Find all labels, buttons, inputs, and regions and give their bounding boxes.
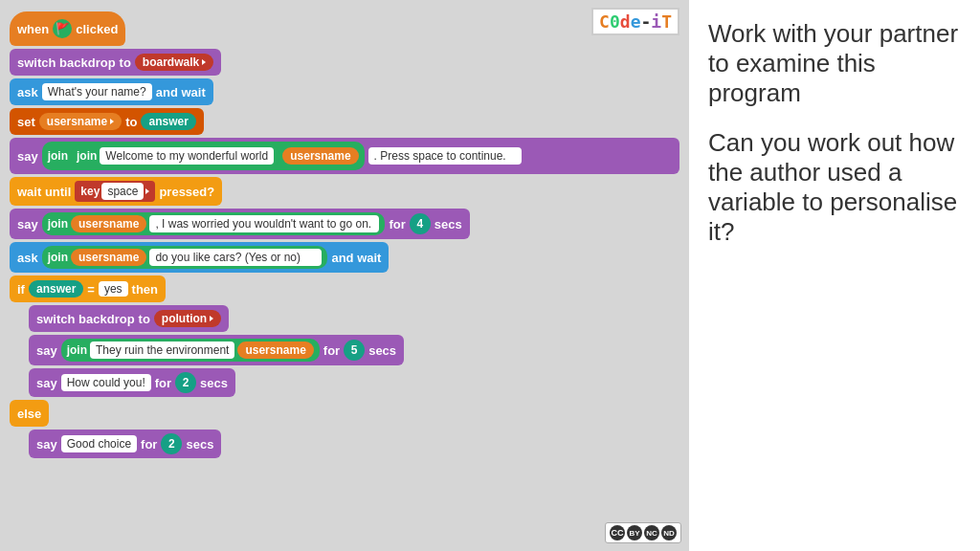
to-label: to xyxy=(120,55,131,70)
cc-license: CC BY NC ND xyxy=(605,522,681,543)
ask-join-block: ask join usersname do you like cars? (Ye… xyxy=(10,242,389,273)
set-block: set usersname to answer xyxy=(10,108,204,135)
say-how-block: say How could you! for 2 secs xyxy=(29,368,235,397)
space-dropdown-arrow xyxy=(145,188,149,194)
num4-badge: 4 xyxy=(410,213,431,234)
for-label2: for xyxy=(323,343,340,358)
right-panel: Work with your partner to examine this p… xyxy=(689,0,980,551)
for-label1: for xyxy=(389,217,405,231)
to-label2: to xyxy=(125,115,137,129)
else-block: else xyxy=(10,400,49,427)
join-label3: join xyxy=(48,217,68,231)
when-clicked-block: when 🚩 clicked xyxy=(10,11,125,46)
ask-input[interactable]: What's your name? xyxy=(42,83,152,100)
and-wait-label2: and wait xyxy=(331,251,381,265)
boardwalk-value: boardwalk xyxy=(143,55,199,69)
join-label1: join xyxy=(48,149,68,163)
ask-block: ask What's your name? and wait xyxy=(10,78,213,105)
say-label1: say xyxy=(17,149,38,164)
usersname-pill2: usersname xyxy=(71,215,146,232)
space-input[interactable]: space xyxy=(101,183,144,200)
do-you-like-input[interactable]: do you like cars? (Yes or no) xyxy=(149,249,322,266)
join-label4: join xyxy=(48,251,68,264)
wait-until-label: wait until xyxy=(17,185,71,199)
polution-dropdown[interactable]: polution xyxy=(154,310,221,327)
secs-label4: secs xyxy=(186,437,213,452)
usersname-pill4: usersname xyxy=(237,342,313,359)
num2a-badge: 2 xyxy=(175,372,196,393)
instruction-text-2: Can you work out how the author used a v… xyxy=(708,128,961,248)
key-pill: key space xyxy=(75,181,155,202)
pressed-label: pressed? xyxy=(159,185,214,199)
for-label4: for xyxy=(141,437,157,452)
else-body-indent: say Good choice for 2 secs xyxy=(10,430,679,458)
usersname-pill-say: usersname xyxy=(282,147,358,165)
for-label3: for xyxy=(155,376,171,390)
instruction-text-1: Work with your partner to examine this p… xyxy=(708,19,961,109)
num5-badge: 5 xyxy=(344,340,365,361)
ask-label: ask xyxy=(17,85,38,99)
they-ruin-input[interactable]: They ruin the environment xyxy=(90,342,234,359)
num2b-badge: 2 xyxy=(161,433,182,454)
to-label3: to xyxy=(139,312,150,326)
wait-until-block: wait until key space pressed? xyxy=(10,177,222,206)
secs-label3: secs xyxy=(200,376,228,390)
switch-backdrop-block: switch backdrop to boardwalk xyxy=(10,49,221,76)
if-how-indent: say How could you! for 2 secs xyxy=(10,368,679,397)
boardwalk-dropdown[interactable]: boardwalk xyxy=(135,54,213,71)
say-label2: say xyxy=(17,217,38,231)
good-choice-input[interactable]: Good choice xyxy=(61,435,137,452)
welcome-text-input[interactable]: Welcome to my wonderful world xyxy=(100,147,274,165)
answer-pill2: answer xyxy=(29,280,83,298)
nc-icon: NC xyxy=(644,525,659,540)
then-label: then xyxy=(132,282,158,297)
scratch-canvas: C0de-iT when 🚩 clicked switch backdrop t… xyxy=(0,0,689,551)
flag-icon: 🚩 xyxy=(53,19,72,38)
join-label2: join xyxy=(77,149,97,163)
by-icon: BY xyxy=(627,525,642,540)
worried-text-input[interactable]: , I was worried you wouldn't want to go … xyxy=(149,215,379,232)
say-join-block: say join join Welcome to my wonderful wo… xyxy=(10,138,679,174)
logo: C0de-iT xyxy=(591,8,679,35)
say-label4: say xyxy=(36,376,57,390)
say-worried-block: say join usersname , I was worried you w… xyxy=(10,209,470,239)
join-ask: join usersname do you like cars? (Yes or… xyxy=(42,246,328,269)
secs-label2: secs xyxy=(368,343,396,358)
else-label: else xyxy=(17,407,41,421)
set-label: set xyxy=(17,115,35,129)
answer-pill: answer xyxy=(141,113,195,130)
usersname-var-text: usersname xyxy=(47,115,107,128)
var-arrow-icon xyxy=(110,119,114,124)
and-wait-label: and wait xyxy=(156,85,206,99)
say-label3: say xyxy=(36,343,57,358)
if-block: if answer = yes then xyxy=(10,276,166,302)
press-space-input[interactable]: . Press space to continue. xyxy=(368,147,522,165)
polution-dropdown-arrow xyxy=(210,316,213,321)
cc-icon: CC xyxy=(610,525,625,540)
switch-backdrop2-label: switch backdrop xyxy=(36,312,135,326)
join-label5: join xyxy=(67,343,87,357)
when-label: when xyxy=(17,22,49,36)
dropdown-arrow-icon xyxy=(202,59,206,65)
say-ruin-block: say join They ruin the environment users… xyxy=(29,335,404,365)
equals-label: = xyxy=(87,282,95,297)
join-block-outer: join join Welcome to my wonderful world … xyxy=(42,142,365,170)
polution-value: polution xyxy=(162,312,207,325)
secs-label1: secs xyxy=(434,217,462,231)
blocks-container: when 🚩 clicked switch backdrop to boardw… xyxy=(10,11,679,458)
ask-label2: ask xyxy=(17,251,38,265)
switch-backdrop2-block: switch backdrop to polution xyxy=(29,305,229,332)
how-could-input[interactable]: How could you! xyxy=(61,374,151,391)
if-say-indent: say join They ruin the environment users… xyxy=(10,335,679,365)
if-body-indent: switch backdrop to polution xyxy=(10,305,679,332)
key-label: key xyxy=(80,185,100,198)
join-ruin: join They ruin the environment usersname xyxy=(61,339,320,362)
if-label: if xyxy=(17,282,25,297)
clicked-label: clicked xyxy=(76,22,118,36)
say-label5: say xyxy=(36,437,57,452)
yes-value[interactable]: yes xyxy=(99,281,128,297)
join-worried: join usersname , I was worried you would… xyxy=(42,212,386,235)
usersname-var-pill[interactable]: usersname xyxy=(39,113,122,130)
switch-backdrop-label: switch backdrop xyxy=(17,55,116,70)
nd-icon: ND xyxy=(661,525,677,540)
